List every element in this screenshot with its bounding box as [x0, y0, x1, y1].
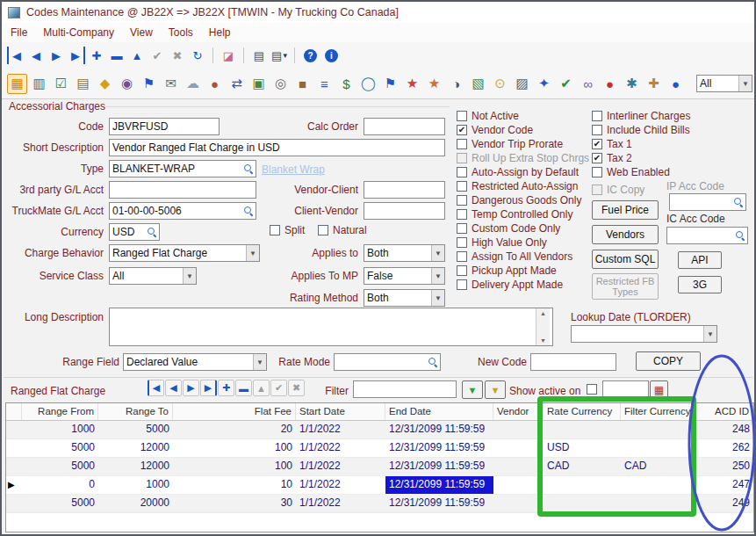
ranged-flat-charge-grid[interactable]: Range FromRange ToFlat FeeStart DateEnd …: [5, 402, 754, 532]
copy-button[interactable]: COPY: [636, 351, 701, 371]
cancel-edit-icon[interactable]: ✖: [169, 47, 186, 64]
checkbox-box[interactable]: [457, 111, 467, 121]
detail-delete-record-icon[interactable]: ▬: [235, 380, 252, 396]
link-icon[interactable]: ∞: [578, 74, 598, 94]
checkbox-box[interactable]: [457, 251, 467, 262]
checkbox-dangerous-goods-only[interactable]: Dangerous Goods Only: [457, 193, 589, 207]
filter-input[interactable]: [353, 380, 457, 398]
package-icon[interactable]: ▣: [248, 74, 269, 94]
rate-mode-field[interactable]: [334, 353, 441, 371]
table-row[interactable]: ▶01000101/1/202212/31/2099 11:59:59247: [6, 476, 753, 495]
ip-acc-code-field[interactable]: [669, 193, 746, 211]
table-row[interactable]: 10005000201/1/202212/31/2099 11:59:59248: [6, 421, 753, 439]
checkbox-box[interactable]: [270, 225, 280, 235]
gear-icon[interactable]: ✱: [622, 74, 642, 94]
column-header-flat-fee[interactable]: Flat Fee: [173, 403, 296, 420]
cloud-icon[interactable]: ☁: [183, 74, 203, 94]
checkbox-interliner-charges[interactable]: Interliner Charges: [592, 109, 690, 123]
grid-cell[interactable]: 20000: [98, 495, 173, 512]
checkbox-pickup-appt-made[interactable]: Pickup Appt Made: [457, 264, 589, 278]
grid-cell[interactable]: 100: [173, 458, 296, 475]
checkbox-box[interactable]: [457, 223, 467, 234]
first-record-icon[interactable]: ◀: [7, 47, 25, 64]
compass-icon[interactable]: ✦: [534, 74, 554, 94]
lookup-magnifier-icon[interactable]: [734, 198, 743, 206]
checkbox-auto-assign-by-default[interactable]: Auto-Assign by Default: [457, 165, 589, 179]
type-field[interactable]: BLANKET-WRAP: [109, 160, 256, 177]
grid-cell[interactable]: [544, 476, 621, 494]
grid-cell[interactable]: [493, 421, 544, 438]
grid-cell[interactable]: 12/31/2099 11:59:59: [385, 421, 493, 438]
column-header-range-to[interactable]: Range To: [98, 403, 173, 420]
vendors-button[interactable]: Vendors: [592, 225, 659, 244]
checkbox-box[interactable]: [457, 195, 467, 206]
flag2-icon[interactable]: ⚑: [380, 74, 400, 94]
print-icon[interactable]: ▤: [250, 47, 268, 64]
detail-first-record-icon[interactable]: ◀: [148, 380, 164, 396]
checkbox-box[interactable]: [587, 384, 597, 395]
print-menu-icon[interactable]: ▤▾: [270, 47, 288, 64]
short-description-field[interactable]: Vendor Ranged Flat Charge in USD: [109, 139, 445, 156]
scrollbar[interactable]: ▲▼: [536, 308, 550, 345]
checkbox-box[interactable]: [592, 111, 602, 121]
mail-icon[interactable]: ✉: [161, 74, 181, 94]
insert-record-icon[interactable]: ✚: [88, 47, 105, 64]
calc-order-field[interactable]: [364, 118, 445, 135]
menu-view[interactable]: View: [130, 26, 153, 39]
grid-cell[interactable]: 1/1/2022: [296, 495, 385, 512]
list-icon[interactable]: ≡: [314, 74, 335, 94]
grid-cell[interactable]: [493, 476, 544, 494]
menu-help[interactable]: Help: [209, 26, 231, 39]
checkbox-box[interactable]: [457, 209, 467, 220]
detail-insert-record-icon[interactable]: ✚: [218, 380, 234, 396]
checkbox-temp-controlled-only[interactable]: Temp Controlled Only: [457, 207, 589, 221]
gauge-icon[interactable]: ◑: [446, 74, 466, 94]
post-edit-icon[interactable]: ✔: [148, 47, 166, 64]
third-party-gl-field[interactable]: [109, 181, 256, 199]
grid-cell[interactable]: 10: [173, 476, 296, 494]
eraser-icon[interactable]: ◪: [220, 47, 237, 64]
screen-filter-select[interactable]: All ▼: [696, 75, 752, 92]
grid-cell[interactable]: 1/1/2022: [296, 476, 385, 494]
natural-checkbox[interactable]: Natural: [318, 223, 367, 237]
next-record-icon[interactable]: ▶: [47, 47, 65, 64]
vendor-client-field[interactable]: [364, 181, 445, 199]
checkbox-tax-1[interactable]: ✔Tax 1: [592, 137, 690, 151]
ic-acc-code-field[interactable]: [666, 227, 748, 244]
disc-icon[interactable]: ●: [205, 74, 225, 94]
grid-cell[interactable]: [544, 421, 621, 438]
grid-cell[interactable]: [621, 421, 693, 438]
checkbox-include-child-bills[interactable]: Include Child Bills: [592, 123, 690, 137]
chevron-down-icon[interactable]: ▼: [703, 326, 716, 342]
column-header-range-from[interactable]: Range From: [22, 403, 98, 420]
book-icon[interactable]: ▧: [468, 74, 488, 94]
table-row[interactable]: 5000120001001/1/202212/31/2099 11:59:59U…: [6, 439, 753, 458]
filter-options-button[interactable]: ▼: [485, 380, 506, 399]
applies-to-mp-select[interactable]: False▼: [364, 267, 445, 285]
prior-record-icon[interactable]: ◀: [27, 47, 45, 64]
chevron-down-icon[interactable]: ▼: [253, 354, 266, 370]
ic-copy-checkbox[interactable]: IC Copy: [592, 183, 644, 197]
grid-cell[interactable]: [544, 495, 621, 512]
grid-cell[interactable]: 100: [173, 439, 296, 457]
table-row[interactable]: 5000120001001/1/202212/31/2099 11:59:59C…: [6, 458, 753, 476]
split-checkbox[interactable]: Split: [270, 223, 305, 237]
lookup-magnifier-icon[interactable]: [244, 164, 253, 173]
lookup-magnifier-icon[interactable]: [244, 206, 253, 215]
truckmate-gl-field[interactable]: 01-00-00-5006: [109, 202, 256, 220]
checkbox-box[interactable]: [457, 265, 467, 276]
checkbox-box[interactable]: [457, 279, 467, 290]
crate-icon[interactable]: ■: [292, 74, 313, 94]
money-icon[interactable]: $: [336, 74, 356, 94]
check-icon[interactable]: ✔: [556, 74, 576, 94]
column-header-rate-currency[interactable]: Rate Currency: [544, 403, 621, 420]
grid-cell[interactable]: 1/1/2022: [296, 439, 385, 457]
grid-cell[interactable]: [621, 495, 693, 512]
currency-field[interactable]: USD: [109, 223, 160, 241]
api-button[interactable]: API: [678, 251, 722, 269]
menu-multi-company[interactable]: Multi-Company: [43, 26, 114, 39]
checkbox-box[interactable]: [457, 181, 467, 192]
checkbox-box[interactable]: [318, 225, 328, 235]
calendar-button[interactable]: ▦: [650, 380, 668, 399]
column-header-start-date[interactable]: Start Date: [296, 403, 385, 420]
